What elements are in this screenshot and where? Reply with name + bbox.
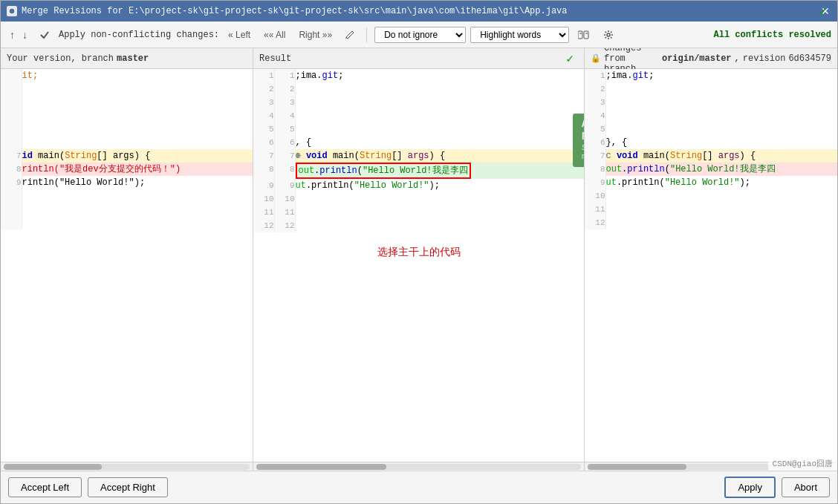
tooltip-line2: Save changes and finish merging (582, 143, 585, 161)
middle-code-table: 1 1 ;ima.git; 2 2 3 3 (253, 69, 584, 232)
tooltip-line1: All changes have been processed. (582, 120, 585, 140)
left-btn[interactable]: « Left (224, 28, 255, 42)
apply-non-conflicting-icon (35, 28, 54, 42)
right-revision: revision (743, 53, 786, 64)
apply-button[interactable]: Apply (724, 477, 776, 498)
table-row: 7 c void main(String[] args) { (585, 149, 837, 163)
table-row: 11 11 (253, 206, 584, 219)
middle-scrollbar[interactable] (253, 462, 584, 471)
apply-non-conflicting-label: Apply non-conflicting changes: (59, 30, 219, 40)
result-checkmark: ✓ (566, 51, 574, 66)
right-panel: 🔒 Changes from branch origin/master, rev… (585, 48, 837, 471)
next-arrow[interactable]: ↓ (19, 27, 30, 42)
table-row: 8 rintln("我是dev分支提交的代码！") (1, 163, 253, 176)
svg-rect-2 (578, 31, 582, 39)
right-panel-header: 🔒 Changes from branch origin/master, rev… (585, 48, 837, 69)
table-row: 9 9 ut.println("Hello World!"); (253, 179, 584, 192)
edit-icon[interactable] (341, 29, 359, 41)
table-row: 3 3 (253, 96, 584, 109)
main-window: Merge Revisions for E:\project-sk\git-pr… (0, 0, 838, 504)
left-branch-name: master (117, 53, 149, 64)
app-icon (7, 6, 17, 16)
table-row: 1 1 ;ima.git; (253, 69, 584, 82)
columns-icon[interactable] (574, 29, 594, 41)
right-btn[interactable]: Right »» (294, 28, 337, 42)
left-code-table: it; 7 id main(String[] args) { 8 (1, 69, 253, 229)
table-row (1, 189, 253, 203)
table-row: 5 (585, 122, 837, 136)
table-row: 1 ;ima.git; (585, 69, 837, 82)
table-row (1, 82, 253, 96)
table-row: 3 (585, 96, 837, 109)
left-panel: Your version, branch master it; (1, 48, 253, 471)
bottom-left-buttons: Accept Left Accept Right (8, 477, 168, 497)
table-row: 10 (585, 189, 837, 203)
lock-icon: 🔒 (591, 53, 601, 63)
svg-rect-3 (584, 31, 588, 39)
table-row: 12 (585, 216, 837, 229)
all-conflicts-resolved: All conflicts resolved (714, 30, 831, 40)
table-row: 8 8 out.println("Hello World!我是李四 (253, 163, 584, 179)
table-row: it; (1, 69, 253, 82)
table-row: 5 5 (253, 122, 584, 136)
left-panel-content[interactable]: it; 7 id main(String[] args) { 8 (1, 69, 253, 462)
right-code-table: 1 ;ima.git; 2 3 4 5 6 }, { 7 c (585, 69, 837, 229)
table-row: 2 2 (253, 82, 584, 96)
window-title: Merge Revisions for E:\project-sk\git-pr… (22, 6, 568, 16)
bottom-right-buttons: CSDN@giao囧唐 Apply Abort (724, 477, 830, 498)
tooltip-popup: All changes have been processed. Save ch… (573, 108, 585, 167)
ignore-dropdown[interactable]: Do not ignore (374, 27, 466, 43)
right-panel-content[interactable]: 1 ;ima.git; 2 3 4 5 6 }, { 7 c (585, 69, 837, 462)
table-row: 9 ut.println("Hello World!"); (585, 176, 837, 189)
title-bar: Merge Revisions for E:\project-sk\git-pr… (1, 1, 837, 22)
highlight-dropdown[interactable]: Highlight words (470, 27, 569, 43)
svg-point-0 (9, 8, 15, 14)
accept-left-button[interactable]: Accept Left (8, 477, 82, 497)
svg-point-6 (607, 33, 610, 36)
table-row (1, 203, 253, 216)
right-branch-name: origin/master (662, 53, 732, 64)
table-row: 12 12 (253, 219, 584, 232)
table-row (1, 96, 253, 109)
result-label: Result (259, 53, 291, 64)
table-row: 4 (585, 109, 837, 122)
table-row (1, 216, 253, 229)
table-row: 7 id main(String[] args) { (1, 149, 253, 163)
tooltip-box: All changes have been processed. Save ch… (573, 114, 585, 167)
middle-panel-content[interactable]: 1 1 ;ima.git; 2 2 3 3 (253, 69, 584, 462)
table-row: 9 rintln("Hello World!"); (1, 176, 253, 189)
all-btn[interactable]: «« All (259, 28, 290, 42)
settings-icon[interactable] (599, 28, 618, 42)
left-panel-header: Your version, branch master (1, 48, 253, 69)
table-row (1, 122, 253, 136)
table-row: 8 out.println("Hello World!我是李四 (585, 163, 837, 176)
accept-right-button[interactable]: Accept Right (88, 477, 168, 497)
table-row: 6 6 , { (253, 136, 584, 149)
table-row: 10 10 (253, 192, 584, 206)
table-row: 2 (585, 82, 837, 96)
middle-annotation: 选择主干上的代码 (253, 240, 584, 265)
table-row (1, 136, 253, 149)
table-row: 7 7 c void main(String[] args) { ▶ (253, 149, 584, 163)
bottom-bar: Accept Left Accept Right CSDN@giao囧唐 App… (1, 471, 837, 503)
left-panel-label: Your version, branch (7, 53, 114, 64)
right-revision-id: 6d634579 (788, 53, 831, 64)
middle-panel-header: Result ✓ (253, 48, 584, 69)
left-scrollbar[interactable] (1, 462, 253, 471)
watermark: CSDN@giao囧唐 (768, 456, 837, 471)
navigation-arrows: ↑ ↓ (7, 27, 30, 42)
panels-wrapper: Your version, branch master it; (1, 48, 837, 471)
table-row (1, 109, 253, 122)
table-row: 11 (585, 203, 837, 216)
toolbar: ↑ ↓ Apply non-conflicting changes: « Lef… (1, 22, 837, 48)
table-row: 6 }, { (585, 136, 837, 149)
abort-button[interactable]: Abort (782, 477, 830, 497)
middle-panel: Result ✓ 1 1 ;ima.git; 2 2 (253, 48, 585, 471)
table-row: 4 4 (253, 109, 584, 122)
prev-arrow[interactable]: ↑ (7, 27, 18, 42)
